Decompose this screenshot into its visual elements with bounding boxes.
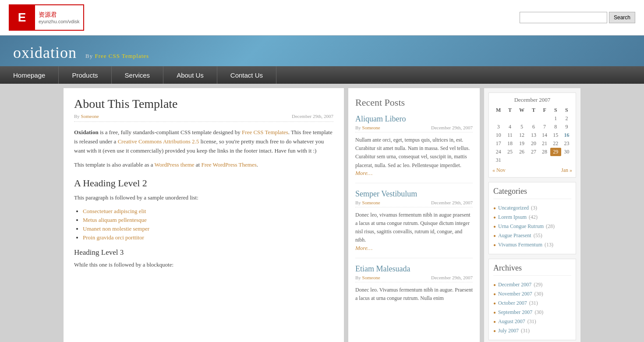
meta-date-3: December 29th, 2007: [431, 275, 473, 280]
calendar-title: December 2007: [492, 96, 572, 103]
post-title-1: Aliquam Libero: [355, 114, 473, 124]
post-author: Someone: [81, 114, 99, 119]
list-link-1[interactable]: Consectetuer adipiscing elit: [83, 208, 146, 214]
cal-day: 22: [550, 139, 561, 148]
cal-day: 16: [561, 131, 572, 139]
category-link[interactable]: Lorem Ipsum: [498, 214, 527, 221]
list-item: Umanet non molestie semper: [83, 225, 333, 232]
archive-link[interactable]: August 2007: [498, 318, 525, 325]
category-count: (28): [546, 223, 555, 230]
search-button[interactable]: Search: [609, 12, 635, 23]
meta-author-2: Someone: [362, 200, 380, 205]
cal-header-row: M T W T F S S: [492, 106, 572, 114]
header: E 资源君 eyunzhu.com/vdisk Search: [0, 0, 644, 36]
cal-day: 2: [561, 114, 572, 123]
cal-day: 30: [561, 148, 572, 156]
nav-about[interactable]: About Us: [163, 66, 217, 84]
archive-link[interactable]: July 2007: [498, 328, 519, 334]
cal-prev[interactable]: « Nov: [492, 167, 506, 174]
post-link-3[interactable]: Etiam Malesuada: [355, 264, 410, 273]
cal-day: [516, 156, 528, 164]
cal-day: [505, 114, 516, 123]
category-item: Uncategorized (3): [493, 203, 571, 213]
post-meta-3: By Someone December 29th, 2007: [355, 275, 473, 282]
cal-week-row: 24252627282930: [492, 148, 572, 156]
post-meta-1: By Someone December 29th, 2007: [355, 125, 473, 132]
wrapper: About This Template By Someone December …: [59, 88, 585, 342]
cal-day-link[interactable]: 29: [553, 149, 558, 155]
nav-contact[interactable]: Contact Us: [217, 66, 276, 84]
post-more-2[interactable]: More…: [355, 245, 372, 251]
post-title-2: Semper Vestibulum: [355, 189, 473, 199]
archive-link[interactable]: October 2007: [498, 300, 527, 306]
archive-item: October 2007 (31): [493, 299, 571, 308]
category-count: (3): [531, 205, 537, 211]
post-title-3: Etiam Malesuada: [355, 264, 473, 274]
para-blockquote-intro: While this one is followed by a blockquo…: [74, 260, 333, 270]
category-link[interactable]: Uncategorized: [498, 205, 529, 211]
cal-week-row: 10111213141516: [492, 131, 572, 139]
cal-th-t2: T: [528, 106, 539, 114]
cal-day: 11: [505, 131, 516, 139]
list-link-3[interactable]: Umanet non molestie semper: [83, 225, 149, 232]
archive-count: (31): [521, 328, 530, 334]
nav-products[interactable]: Products: [59, 66, 111, 84]
category-link[interactable]: Urna Congue Rutrum: [498, 223, 544, 230]
sample-list: Consectetuer adipiscing elit Metus aliqu…: [83, 208, 333, 241]
post-excerpt-3: Donec leo. Vivamus fermentum nibh in aug…: [355, 286, 473, 303]
brand-name: Oxidation: [74, 129, 99, 135]
post-more-1[interactable]: More…: [355, 170, 372, 176]
cal-day: 5: [516, 123, 528, 131]
post-date: December 29th, 2007: [292, 114, 333, 119]
cal-th-f: F: [539, 106, 550, 114]
category-link[interactable]: Vivamus Fermentum: [498, 242, 542, 248]
cal-day: 9: [561, 123, 572, 131]
logo-cn: 资源君: [39, 11, 57, 19]
wp-theme-link[interactable]: WordPress theme: [155, 161, 195, 168]
cal-day: 12: [516, 131, 528, 139]
cal-day-link[interactable]: 16: [564, 132, 569, 138]
nav: Homepage Products Services About Us Cont…: [0, 66, 644, 84]
category-item: Lorem Ipsum (42): [493, 213, 571, 222]
archive-link[interactable]: September 2007: [498, 309, 532, 316]
archive-item: July 2007 (31): [493, 326, 571, 335]
archive-count: (30): [534, 291, 543, 297]
post-item-2: Semper Vestibulum By Someone December 29…: [355, 189, 473, 258]
category-link[interactable]: Augue Praesent: [498, 232, 531, 239]
calendar-widget: December 2007 M T W T F S S: [488, 93, 576, 178]
byline-link[interactable]: Free CSS Templates: [95, 53, 149, 59]
site-name: oxidation By Free CSS Templates: [13, 44, 149, 61]
cal-day: 31: [492, 156, 505, 164]
search-area: Search: [520, 12, 635, 23]
list-item: Proin gravida orci porttitor: [83, 234, 333, 241]
cal-next[interactable]: Jan »: [561, 167, 572, 174]
meta-author-label-2: By Someone: [355, 200, 380, 205]
category-count: (42): [529, 214, 538, 221]
list-link-4[interactable]: Proin gravida orci porttitor: [83, 234, 144, 241]
categories-list: Uncategorized (3)Lorem Ipsum (42)Urna Co…: [493, 203, 571, 249]
archive-link[interactable]: December 2007: [498, 281, 531, 288]
list-link-2[interactable]: Metus aliquam pellentesque: [83, 217, 147, 223]
cal-day: [539, 114, 550, 123]
cal-day: 29: [550, 148, 561, 156]
post-excerpt-2: Donec leo, vivamus fermentum nibh in aug…: [355, 211, 473, 245]
cal-day: 10: [492, 131, 505, 139]
para-list-intro: This paragraph is followed by a sample u…: [74, 193, 333, 203]
cc-link[interactable]: Creative Commons Attributions 2.5: [118, 138, 199, 145]
cal-day: 24: [492, 148, 505, 156]
recent-posts-title: Recent Posts: [355, 97, 473, 108]
logo-url: eyunzhu.com/vdisk: [39, 19, 80, 24]
search-input[interactable]: [520, 12, 607, 23]
post-link-1[interactable]: Aliquam Libero: [355, 114, 406, 123]
archive-link[interactable]: November 2007: [498, 291, 532, 297]
archive-count: (31): [529, 300, 538, 306]
post-link-2[interactable]: Semper Vestibulum: [355, 189, 417, 198]
content-p2: This template is also available as a Wor…: [74, 160, 333, 170]
meta-date-2: December 29th, 2007: [431, 200, 473, 205]
archive-item: August 2007 (31): [493, 317, 571, 326]
nav-services[interactable]: Services: [112, 66, 164, 84]
free-wp-link[interactable]: Free WordPress Themes: [201, 161, 256, 168]
free-css-link[interactable]: Free CSS Templates: [242, 129, 288, 135]
category-item: Augue Praesent (55): [493, 231, 571, 240]
nav-homepage[interactable]: Homepage: [0, 66, 59, 84]
